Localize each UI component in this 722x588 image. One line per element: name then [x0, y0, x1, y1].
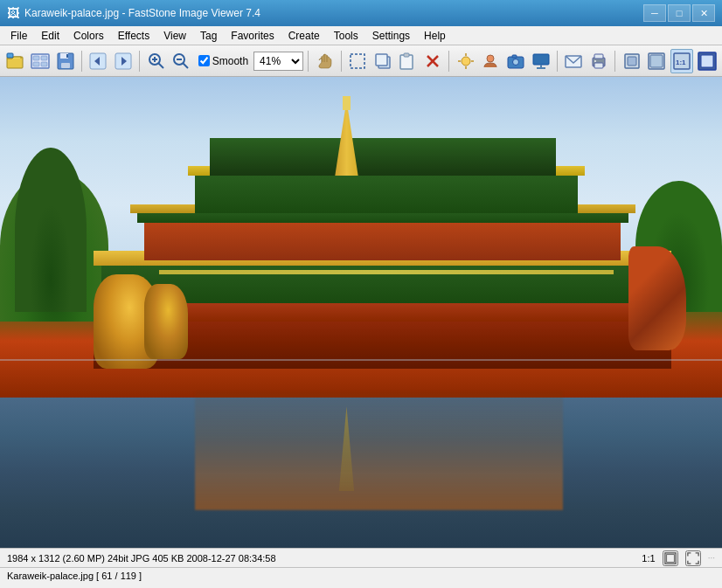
svg-rect-24 [376, 54, 387, 66]
svg-rect-47 [628, 57, 636, 66]
smooth-text: Smooth [212, 55, 248, 67]
person-button[interactable] [479, 49, 503, 73]
status-bar: 1984 x 1312 (2.60 MP) 24bit JPG 405 KB 2… [0, 548, 722, 567]
actual-size-button[interactable]: 1:1 [670, 49, 694, 73]
menu-item-view[interactable]: View [156, 27, 193, 45]
svg-rect-43 [594, 54, 603, 59]
window-controls: ─ □ ✕ [643, 4, 715, 22]
brightness-button[interactable] [454, 49, 477, 73]
open-folder-button[interactable] [3, 49, 27, 73]
fullscreen-button[interactable] [695, 49, 719, 73]
svg-line-20 [183, 63, 188, 68]
water-horizon [0, 359, 722, 361]
filename-text: Karaweik-palace.jpg [ 61 / 119 ] [7, 571, 142, 581]
menu-item-help[interactable]: Help [417, 27, 453, 45]
menu-item-file[interactable]: File [3, 27, 34, 45]
separator-3 [308, 51, 309, 72]
email-button[interactable] [562, 49, 586, 73]
palace-roof-tip [210, 138, 557, 176]
svg-rect-55 [666, 554, 674, 562]
smooth-checkbox[interactable] [198, 55, 210, 66]
svg-rect-38 [533, 54, 549, 65]
svg-text:1:1: 1:1 [676, 59, 686, 66]
zoom-out-button[interactable] [170, 49, 193, 73]
close-button[interactable]: ✕ [692, 4, 715, 22]
svg-point-36 [513, 59, 519, 65]
svg-rect-10 [66, 54, 68, 58]
title-text: Karaweik-palace.jpg - FastStone Image Vi… [24, 7, 643, 19]
delete-button[interactable] [421, 49, 445, 73]
separator-2 [139, 51, 140, 72]
smooth-label[interactable]: Smooth [198, 55, 248, 67]
svg-rect-53 [701, 55, 713, 67]
menu-item-effects[interactable]: Effects [111, 27, 156, 45]
trees-left-2 [15, 148, 87, 313]
app-icon: 🖼 [7, 6, 19, 20]
menu-item-tools[interactable]: Tools [327, 27, 365, 45]
svg-rect-9 [61, 63, 70, 68]
boat-right [628, 246, 686, 350]
fit-image-button[interactable] [645, 49, 669, 73]
next-image-button[interactable] [112, 49, 135, 73]
status-right: 1:1 ··· [642, 550, 715, 566]
print-button[interactable] [587, 49, 611, 73]
monitor-button[interactable] [529, 49, 552, 73]
svg-rect-6 [41, 62, 47, 66]
copy-button[interactable] [371, 49, 394, 73]
svg-rect-5 [33, 62, 39, 66]
minimize-button[interactable]: ─ [643, 4, 666, 22]
svg-point-45 [594, 60, 596, 62]
zoom-in-button[interactable] [144, 49, 168, 73]
palace-spire-tip [343, 96, 350, 110]
image-area [0, 77, 722, 548]
zoom-ratio: 1:1 [642, 553, 655, 564]
menu-item-colors[interactable]: Colors [66, 27, 111, 45]
zoom-select[interactable]: 10%25%33%41% 50%66%75%100% 150%200% [253, 52, 303, 71]
hand-tool-button[interactable] [313, 49, 337, 73]
save-button[interactable] [53, 49, 77, 73]
menu-item-favorites[interactable]: Favorites [224, 27, 281, 45]
maximize-button[interactable]: □ [668, 4, 691, 22]
svg-rect-4 [41, 56, 47, 60]
toolbar: Smooth 10%25%33%41% 50%66%75%100% 150%20… [0, 45, 722, 77]
svg-rect-22 [351, 54, 364, 68]
title-bar: 🖼 Karaweik-palace.jpg - FastStone Image … [0, 0, 722, 26]
svg-point-34 [487, 55, 494, 62]
svg-rect-26 [404, 53, 409, 57]
svg-rect-3 [33, 56, 39, 60]
menu-bar: FileEditColorsEffectsViewTagFavoritesCre… [0, 26, 722, 45]
select-button[interactable] [346, 49, 370, 73]
main-image [0, 77, 722, 548]
fullscreen-status-button[interactable] [685, 550, 701, 566]
paste-button[interactable] [396, 49, 420, 73]
menu-item-settings[interactable]: Settings [365, 27, 417, 45]
palace-roof-top [195, 171, 578, 214]
separator-7 [614, 51, 615, 72]
separator-6 [557, 51, 558, 72]
browse-button[interactable] [29, 49, 52, 73]
image-info: 1984 x 1312 (2.60 MP) 24bit JPG 405 KB 2… [7, 553, 642, 564]
separator-5 [448, 51, 449, 72]
svg-rect-44 [594, 63, 603, 68]
svg-line-16 [158, 63, 163, 68]
separator-1 [81, 51, 82, 72]
svg-rect-37 [512, 55, 517, 58]
palace-decoration [159, 270, 614, 274]
svg-rect-1 [7, 53, 13, 58]
menu-item-edit[interactable]: Edit [34, 27, 66, 45]
menu-item-create[interactable]: Create [281, 27, 327, 45]
menu-item-tag[interactable]: Tag [193, 27, 224, 45]
filename-bar: Karaweik-palace.jpg [ 61 / 119 ] [0, 567, 722, 583]
fit-window-button[interactable] [620, 49, 643, 73]
resize-grip: ··· [708, 553, 715, 563]
svg-rect-49 [650, 55, 663, 67]
svg-point-29 [462, 57, 470, 66]
camera-button[interactable] [504, 49, 528, 73]
prev-image-button[interactable] [87, 49, 110, 73]
separator-4 [341, 51, 342, 72]
palace-reflection [195, 392, 563, 510]
fit-status-button[interactable] [663, 550, 678, 566]
lion-statue-left-2 [144, 284, 188, 359]
